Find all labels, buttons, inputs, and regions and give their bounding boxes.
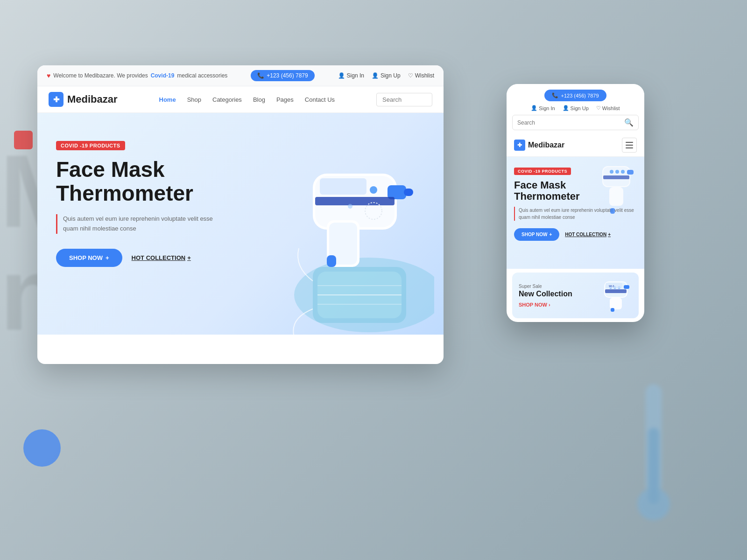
svg-rect-2	[648, 428, 659, 504]
sign-up-link[interactable]: 👤 Sign Up	[372, 72, 401, 79]
shop-now-arrow: ›	[549, 302, 550, 308]
nav-blog[interactable]: Blog	[253, 96, 265, 103]
svg-point-19	[348, 204, 352, 209]
sign-in-link[interactable]: 👤 Sign In	[338, 72, 364, 79]
svg-rect-25	[603, 175, 629, 179]
new-collection-title: New Collection	[519, 290, 599, 298]
logo[interactable]: ✚ Medibazar	[49, 92, 118, 107]
hero-content: COVID -19 PRODUCTS Face Mask Thermometer…	[37, 113, 233, 295]
topbar-right: 👤 Sign In 👤 Sign Up ♡ Wishlist	[338, 72, 434, 79]
covid-badge: COVID -19 PRODUCTS	[56, 141, 125, 150]
super-sale-label: Super Sale	[519, 284, 599, 289]
search-input[interactable]	[376, 93, 432, 106]
background-square	[14, 131, 33, 149]
heart-icon: ♥	[47, 72, 50, 79]
desktop-card: ♥ Welcome to Medibazare. We provides Cov…	[37, 65, 444, 364]
topbar-left: ♥ Welcome to Medibazare. We provides Cov…	[47, 72, 227, 79]
mobile-auth-links: 👤 Sign In 👤 Sign Up ♡ Wishlist	[514, 105, 637, 111]
svg-rect-20	[327, 255, 336, 267]
arrow-icon: +	[187, 254, 191, 261]
svg-rect-35	[624, 285, 629, 289]
mobile-sign-up[interactable]: 👤 Sign Up	[563, 105, 589, 111]
svg-rect-39	[610, 298, 622, 309]
mobile-navbar: ✚ Medibazar	[507, 134, 644, 157]
mobile-arrow-icon: +	[608, 232, 611, 237]
mobile-product-image: 98.6	[599, 279, 632, 312]
shop-now-button[interactable]: SHOP NOW +	[56, 249, 122, 267]
mobile-phone-button[interactable]: 📞 +123 (456) 7879	[544, 90, 606, 101]
desktop-topbar: ♥ Welcome to Medibazare. We provides Cov…	[37, 65, 444, 86]
wishlist-link[interactable]: ♡ Wishlist	[408, 72, 434, 79]
mobile-user-icon: 👤	[531, 105, 537, 111]
hamburger-line2	[626, 145, 633, 146]
mobile-search-icon[interactable]: 🔍	[624, 118, 634, 127]
mobile-title-line1: Face Mask	[514, 179, 566, 191]
nav-links: Home Shop Categories Blog Pages Contact …	[159, 96, 335, 103]
desktop-navbar: ✚ Medibazar Home Shop Categories Blog Pa…	[37, 86, 444, 113]
svg-rect-30	[609, 187, 623, 206]
mobile-card: 📞 +123 (456) 7879 👤 Sign In 👤 Sign Up ♡ …	[507, 84, 644, 322]
svg-point-27	[610, 170, 613, 174]
hero-section: COVID -19 PRODUCTS Face Mask Thermometer…	[37, 113, 444, 335]
background-circle	[23, 429, 61, 467]
mobile-phone-number: +123 (456) 7879	[561, 93, 599, 98]
hero-title-line2: Thermometer	[56, 181, 193, 205]
svg-rect-31	[610, 208, 615, 214]
svg-rect-14	[404, 189, 413, 196]
medical-text: medical accessories	[177, 72, 227, 79]
hero-buttons: SHOP NOW + HOT COLLECTION +	[56, 249, 215, 267]
hamburger-menu[interactable]	[622, 138, 637, 153]
svg-point-28	[615, 170, 619, 174]
svg-rect-21	[320, 178, 366, 195]
product-image	[238, 118, 434, 335]
welcome-text: Welcome to Medibazare. We provides	[53, 72, 148, 79]
mobile-shop-now-label: SHOP NOW	[521, 232, 547, 237]
mobile-search-bar: 🔍	[512, 115, 639, 130]
svg-rect-34	[605, 289, 627, 293]
mobile-product-shop-now[interactable]: SHOP NOW ›	[519, 302, 599, 308]
mobile-hero-product	[593, 161, 640, 222]
mobile-plus-icon: +	[549, 232, 552, 237]
phone-icon: 📞	[257, 72, 264, 79]
background-thermometer	[607, 373, 700, 537]
mobile-product-info: Super Sale New Collection SHOP NOW ›	[519, 284, 599, 308]
phone-button[interactable]: 📞 +123 (456) 7879	[251, 70, 314, 81]
mobile-product-card: Super Sale New Collection SHOP NOW › 98.…	[512, 273, 639, 318]
user-add-icon: 👤	[372, 72, 379, 79]
mobile-title-line2: Thermometer	[514, 190, 580, 202]
mobile-wishlist[interactable]: ♡ Wishlist	[596, 105, 620, 111]
svg-rect-40	[611, 308, 614, 312]
mobile-logo-text: Medibazar	[528, 141, 564, 149]
nav-home[interactable]: Home	[159, 96, 176, 103]
nav-contact[interactable]: Contact Us	[305, 96, 335, 103]
svg-point-18	[370, 186, 377, 194]
hero-description: Quis autem vel eum iure reprehenin volup…	[56, 214, 215, 234]
svg-point-29	[621, 170, 625, 174]
mobile-covid-badge: COVID -19 PRODUCTS	[514, 168, 571, 175]
hot-collection-label: HOT COLLECTION	[132, 254, 186, 261]
mobile-phone-icon: 📞	[552, 92, 558, 98]
mobile-hot-collection-button[interactable]: HOT COLLECTION +	[565, 232, 611, 237]
mobile-hero-buttons: SHOP NOW + HOT COLLECTION +	[514, 228, 637, 241]
mobile-hot-collection-label: HOT COLLECTION	[565, 232, 606, 237]
svg-text:98.6: 98.6	[609, 285, 614, 287]
mobile-search-input[interactable]	[517, 119, 621, 126]
shop-now-label: SHOP NOW	[69, 254, 103, 261]
covid-link[interactable]: Covid-19	[151, 72, 175, 79]
nav-categories[interactable]: Categories	[212, 96, 242, 103]
nav-shop[interactable]: Shop	[187, 96, 201, 103]
mobile-hero: COVID -19 PRODUCTS Face Mask Thermometer…	[507, 157, 644, 269]
mobile-user-add-icon: 👤	[563, 105, 569, 111]
mobile-wishlist-icon: ♡	[596, 105, 601, 111]
mobile-topbar: 📞 +123 (456) 7879 👤 Sign In 👤 Sign Up ♡ …	[507, 84, 644, 115]
hero-title: Face Mask Thermometer	[56, 158, 215, 205]
nav-pages[interactable]: Pages	[276, 96, 294, 103]
logo-icon: ✚	[49, 92, 63, 107]
mobile-logo[interactable]: ✚ Medibazar	[514, 140, 564, 151]
mobile-sign-in[interactable]: 👤 Sign In	[531, 105, 555, 111]
svg-rect-15	[315, 197, 395, 205]
mobile-shop-now-button[interactable]: SHOP NOW +	[514, 228, 559, 241]
hamburger-line3	[626, 147, 633, 148]
phone-number: +123 (456) 7879	[267, 72, 308, 79]
hot-collection-button[interactable]: HOT COLLECTION +	[132, 254, 191, 261]
